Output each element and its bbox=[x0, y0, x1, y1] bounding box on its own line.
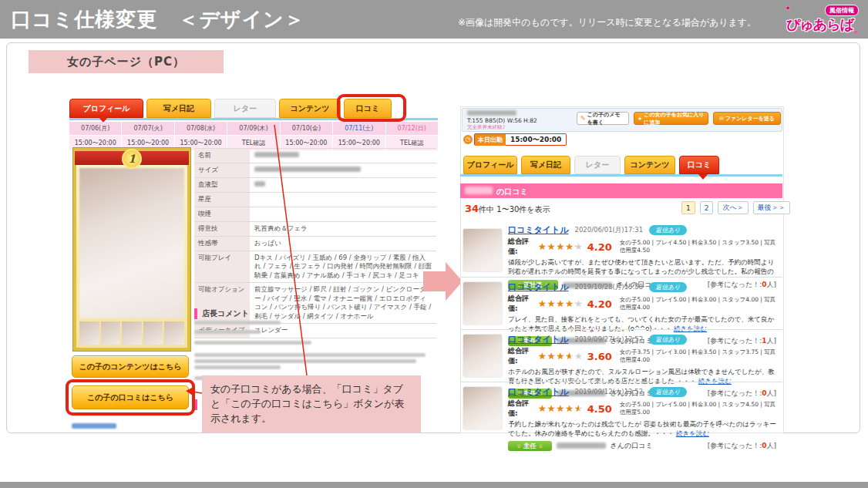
report-image-link-blurred[interactable] bbox=[72, 423, 116, 429]
slide-canvas: 口コミ仕様変更 ＜デザイン＞ ※画像は開発中のものです。リリース時に変更となる場… bbox=[0, 0, 868, 488]
rating-score: 4.50 bbox=[587, 403, 612, 415]
today-time: 15:00〜20:00 bbox=[506, 135, 566, 145]
reply-badge: 返信あり bbox=[649, 387, 686, 397]
review-title-link[interactable]: 口コミタイトル bbox=[508, 334, 569, 345]
reply-badge: 返信あり bbox=[649, 225, 686, 235]
contents-button[interactable]: この子のコンテンツはこちら bbox=[72, 355, 189, 378]
photo-thumbnail[interactable] bbox=[79, 321, 99, 345]
tab-review-active[interactable]: 口コミ bbox=[679, 156, 719, 174]
profile-row-play: 可能プレイDキス / パイズリ / 玉舐め / 69 / 全身リップ / 素股 … bbox=[194, 251, 436, 283]
pagination: 1 2 次へ＞ 最後＞＞ bbox=[681, 201, 790, 214]
helpful-count: [参考になった！:0人] bbox=[708, 441, 776, 451]
reviewer-girl-photo bbox=[463, 334, 503, 378]
review-tab-highlight bbox=[337, 94, 406, 122]
rating-score: 4.20 bbox=[587, 298, 612, 310]
rating-label: 総合評価: bbox=[508, 294, 534, 314]
girl-name-blurred bbox=[465, 187, 493, 194]
tab-profile[interactable]: プロフィール bbox=[69, 99, 143, 118]
profile-row-sensitive: 性感帯おっぱい bbox=[194, 237, 436, 251]
profile-row-size: サイズ bbox=[194, 163, 436, 178]
profile-row-name: 名前 bbox=[194, 149, 436, 163]
review-title-link[interactable]: 口コミタイトル bbox=[508, 224, 569, 236]
review-date: 2019/10/28(月)15:58 bbox=[575, 283, 644, 292]
write-memo-button[interactable]: ✎この子のメモを書く bbox=[577, 112, 629, 125]
rating-score: 3.60 bbox=[587, 351, 612, 362]
tab-underline bbox=[460, 174, 782, 177]
profile-row-zodiac: 星座 bbox=[194, 193, 436, 207]
schedule-day: 07/08(水)15:00〜20:00 bbox=[175, 122, 227, 150]
ranking-medal: 1 bbox=[122, 149, 142, 169]
review-title-link[interactable]: 口コミタイトル bbox=[508, 281, 569, 293]
today-label: 本日出勤 bbox=[475, 134, 506, 146]
rating-categories: 女の子5.00 | プレイ5.00 | 料金3.00 | スタッフ4.50 | … bbox=[620, 401, 779, 416]
last-page-button[interactable]: 最後＞＞ bbox=[753, 201, 790, 214]
girl-tagline: 完全業界未経験♪ bbox=[467, 124, 506, 131]
reviewer-girl-photo bbox=[463, 228, 503, 272]
schedule-day: 07/06(月)15:00〜20:00 bbox=[69, 122, 121, 150]
photo-thumbnail[interactable] bbox=[122, 321, 142, 345]
girl-measurements: T:155 B85(D) W:56 H:82 bbox=[467, 117, 537, 124]
envelope-icon: ✉ bbox=[719, 116, 724, 122]
photo-thumbnail[interactable] bbox=[101, 321, 121, 345]
review-button-highlight bbox=[66, 379, 195, 416]
star-rating: ★★★★★★★★★★ bbox=[538, 299, 584, 308]
reply-badge: 返信あり bbox=[649, 335, 686, 345]
page-title: 口コミ仕様変更 ＜デザイン＞ bbox=[11, 6, 305, 33]
star-rating: ★★★★★★★★★★ bbox=[538, 352, 584, 361]
bottom-bar bbox=[0, 482, 868, 488]
clock-icon: ◷ bbox=[463, 135, 473, 144]
tab-photo-diary[interactable]: 写メ日記 bbox=[146, 99, 211, 118]
reviewer-girl-photo bbox=[463, 386, 503, 430]
girl-name-blurred bbox=[467, 110, 516, 116]
logo-tagline: 風俗情報 bbox=[825, 5, 859, 16]
rating-categories: 女の子3.75 | プレイ3.00 | 料金3.50 | スタッフ3.75 | … bbox=[620, 348, 779, 364]
page-2-button[interactable]: 2 bbox=[700, 201, 714, 214]
star-rating: ★★★★★★★★★★ bbox=[538, 242, 584, 251]
read-more-link[interactable]: 続きを読む bbox=[676, 429, 709, 437]
tab-photo-diary[interactable]: 写メ日記 bbox=[521, 156, 570, 174]
review-date: 2019/09/12(木)13:52 bbox=[575, 388, 644, 397]
rating-label: 総合評価: bbox=[508, 237, 534, 257]
section-label: 女の子ページ（PC） bbox=[29, 50, 224, 73]
tab-profile[interactable]: プロフィール bbox=[463, 156, 517, 174]
photo-thumbnails bbox=[79, 321, 184, 345]
rating-label: 総合評価: bbox=[508, 346, 534, 366]
profile-row-smoking: 喫煙 bbox=[194, 207, 436, 222]
logo-brand-text: ぴゅあらば bbox=[786, 15, 853, 34]
schedule-day: 07/10(金)15:00〜20:00 bbox=[281, 122, 332, 150]
fan-letter-button[interactable]: ✉ファンレターを送る bbox=[713, 112, 781, 125]
girl-photo bbox=[79, 168, 184, 318]
profile-row-blood: 血液型 bbox=[194, 178, 436, 193]
transition-arrow bbox=[423, 271, 446, 291]
rating-label: 総合評価: bbox=[508, 399, 534, 419]
review-body: 値段が少しお高いですが、またぜひ使わせて頂きたいと思います。ただ、予約の時間より… bbox=[508, 258, 776, 278]
rating-categories: 女の子5.00 | プレイ5.00 | 料金3.00 | スタッフ4.00 | … bbox=[620, 296, 779, 311]
profile-row-specialty: 得意技乳首責め＆フェラ bbox=[194, 222, 436, 237]
schedule-day-saturday: 07/11(土)15:00〜20:00 bbox=[333, 122, 385, 150]
review-date: 2019/09/27(金)12:52 bbox=[575, 335, 644, 345]
rating-categories: 女の子5.00 | プレイ4.50 | 料金3.50 | スタッフ3.50 | … bbox=[620, 239, 779, 254]
add-favorite-button[interactable]: ★この女の子をお気に入りに追加 bbox=[634, 112, 708, 125]
reviewer-name-blurred bbox=[557, 443, 606, 449]
tab-contents[interactable]: コンテンツ bbox=[624, 156, 675, 174]
review-section-title: の口コミ bbox=[496, 187, 528, 197]
reviewer-rank-badge: 主任 bbox=[508, 441, 552, 451]
top-bar: 口コミ仕様変更 ＜デザイン＞ ※画像は開発中のものです。リリース時に変更となる場… bbox=[0, 0, 868, 39]
star-rating: ★★★★★★★★★★ bbox=[538, 404, 584, 413]
disclaimer-note: ※画像は開発中のものです。リリース時に変更となる場合があります。 bbox=[458, 16, 756, 29]
review-item: 口コミタイトル 2019/09/12(木)13:52 返信あり 総合評価: ★★… bbox=[460, 382, 782, 434]
schedule-table: 07/06(月)15:00〜20:00 07/07(火)15:00〜20:00 … bbox=[69, 122, 438, 150]
review-count: 34件中 1〜30件を表示 bbox=[465, 203, 550, 215]
tab-contents[interactable]: コンテンツ bbox=[279, 99, 341, 118]
review-date: 2020/06/01(月)17:31 bbox=[575, 226, 644, 235]
right-tab-bar: プロフィール 写メ日記 レター コンテンツ 口コミ bbox=[463, 156, 719, 174]
rating-score: 4.20 bbox=[587, 241, 612, 253]
schedule-day: 07/09(木)TEL確認 bbox=[227, 122, 279, 150]
blurred-value bbox=[254, 152, 299, 157]
page-1-button[interactable]: 1 bbox=[681, 201, 695, 214]
annotation-callout: 女の子口コミがある場合、「口コミ」タブと「この子の口コミはこちら」ボタンが表示さ… bbox=[202, 375, 421, 432]
photo-thumbnail[interactable] bbox=[143, 321, 163, 345]
review-title-link[interactable]: 口コミタイトル bbox=[508, 386, 569, 398]
next-page-button[interactable]: 次へ＞ bbox=[718, 201, 748, 214]
photo-thumbnail[interactable] bbox=[164, 321, 184, 345]
